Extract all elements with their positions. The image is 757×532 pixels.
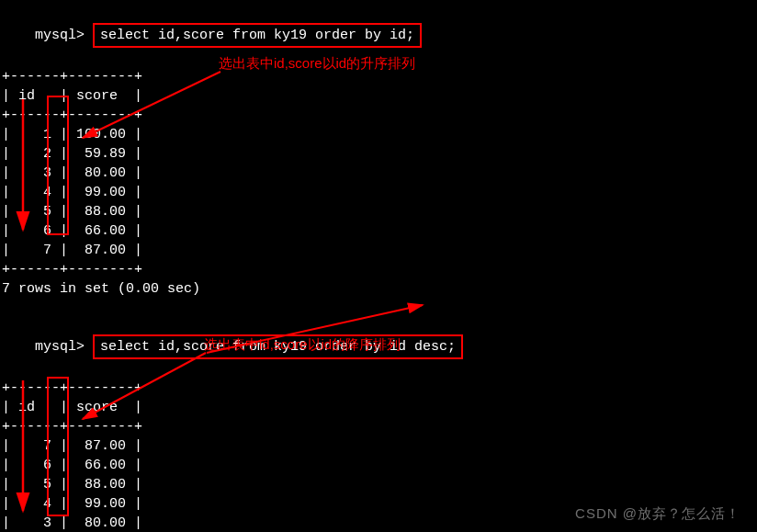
table-row: | 5 | 88.00 | <box>2 202 757 221</box>
annotation-comment-2: 选出表中id,score以id的降序排列 <box>204 336 401 354</box>
status-line: 7 rows in set (0.00 sec) <box>2 279 757 299</box>
annotation-comment-1: 选出表中id,score以id的升序排列 <box>219 55 415 73</box>
highlight-box-id-col-2 <box>47 377 69 516</box>
mysql-prompt: mysql> <box>35 339 85 355</box>
table-sep: +------+--------+ <box>2 106 757 125</box>
table-row: | 2 | 59.89 | <box>2 144 757 164</box>
terminal-output: mysql> select id,score from ky19 order b… <box>0 0 757 532</box>
table-sep: +------+--------+ <box>2 260 757 279</box>
table-row: | 5 | 88.00 | <box>2 475 757 494</box>
table-header: | id | score | <box>2 398 757 417</box>
table-row: | 1 | 100.00 | <box>2 125 757 144</box>
table-sep: +------+--------+ <box>2 379 757 398</box>
watermark-text: CSDN @放弃？怎么活！ <box>575 505 740 523</box>
table-row: | 6 | 66.00 | <box>2 456 757 475</box>
table-row: | 7 | 87.00 | <box>2 241 757 260</box>
table-row: | 6 | 66.00 | <box>2 221 757 241</box>
sql-query-1: select id,score from ky19 order by id; <box>93 23 422 48</box>
highlight-box-id-col-1 <box>47 96 69 235</box>
table-row: | 3 | 80.00 | <box>2 164 757 183</box>
table-row: | 7 | 87.00 | <box>2 436 757 456</box>
table-header: | id | score | <box>2 86 757 106</box>
table-sep: +------+--------+ <box>2 417 757 436</box>
table-row: | 4 | 99.00 | <box>2 183 757 202</box>
mysql-prompt: mysql> <box>35 28 85 43</box>
